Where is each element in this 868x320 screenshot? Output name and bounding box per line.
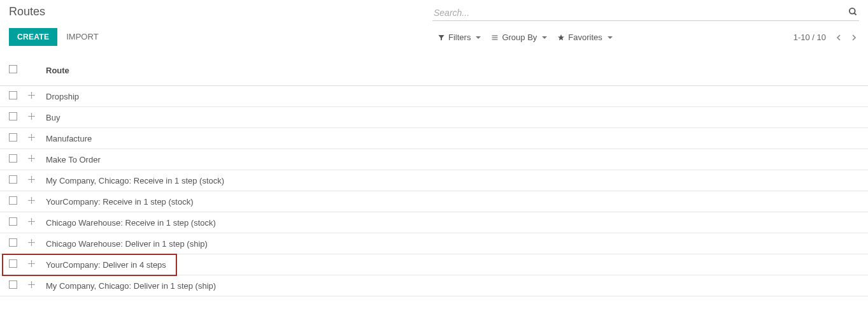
caret-down-icon [476,36,481,39]
route-name: Chicago Warehouse: Deliver in 1 step (sh… [46,239,208,249]
row-checkbox[interactable] [9,175,17,184]
drag-handle-icon[interactable] [27,259,36,268]
drag-handle-icon[interactable] [27,112,36,120]
row-checkbox[interactable] [9,280,17,289]
row-checkbox[interactable] [9,112,17,120]
search-icon[interactable] [848,7,858,18]
table-row[interactable]: My Company, Chicago: Deliver in 1 step (… [0,275,868,296]
drag-handle-icon[interactable] [27,196,36,205]
route-name: My Company, Chicago: Receive in 1 step (… [46,176,224,185]
table-row[interactable]: Buy [0,107,868,128]
favorites-label: Favorites [568,33,602,42]
filters-button[interactable]: Filters [432,30,486,45]
svg-point-0 [850,8,855,14]
route-name: YourCompany: Deliver in 4 steps [46,260,166,270]
route-name: Manufacture [46,134,92,143]
drag-handle-icon[interactable] [27,91,36,99]
svg-line-1 [854,13,856,15]
chevron-right-icon[interactable] [849,33,859,43]
select-all-checkbox[interactable] [9,65,17,73]
svg-rect-4 [492,39,498,40]
filters-label: Filters [448,33,471,42]
chevron-left-icon[interactable] [834,33,844,43]
search-input[interactable] [432,5,859,20]
table-row[interactable]: YourCompany: Deliver in 4 steps [0,254,868,275]
route-name: Make To Order [46,155,101,164]
column-header-route[interactable]: Route [41,55,868,86]
funnel-icon [438,34,445,41]
page-title: Routes [9,5,99,18]
caret-down-icon [608,36,613,39]
drag-handle-icon[interactable] [27,133,36,142]
groupby-label: Group By [502,33,537,42]
routes-table: Route Dropship Buy Manufacture Make To O… [0,55,868,296]
create-button[interactable]: CREATE [9,28,57,46]
row-checkbox[interactable] [9,259,17,268]
table-row[interactable]: Dropship [0,86,868,107]
table-row[interactable]: Manufacture [0,128,868,149]
caret-down-icon [542,36,547,39]
groupby-button[interactable]: Group By [486,30,552,45]
table-row[interactable]: Chicago Warehouse: Receive in 1 step (st… [0,212,868,233]
favorites-button[interactable]: Favorites [552,30,617,45]
row-checkbox[interactable] [9,217,17,226]
drag-handle-icon[interactable] [27,175,36,184]
svg-rect-2 [492,35,498,36]
row-checkbox[interactable] [9,196,17,205]
svg-rect-3 [492,37,498,38]
table-row[interactable]: Chicago Warehouse: Deliver in 1 step (sh… [0,233,868,254]
route-name: Dropship [46,92,79,101]
table-row[interactable]: Make To Order [0,149,868,170]
route-name: Buy [46,113,60,122]
pager-text: 1-10 / 10 [793,33,826,42]
drag-handle-icon[interactable] [27,280,36,289]
row-checkbox[interactable] [9,154,17,163]
import-button[interactable]: IMPORT [66,27,98,46]
drag-handle-icon[interactable] [27,154,36,163]
table-row[interactable]: My Company, Chicago: Receive in 1 step (… [0,170,868,191]
route-name: YourCompany: Receive in 1 step (stock) [46,197,193,207]
star-icon [557,34,565,41]
list-icon [491,34,499,41]
row-checkbox[interactable] [9,238,17,247]
row-checkbox[interactable] [9,91,17,99]
route-name: Chicago Warehouse: Receive in 1 step (st… [46,218,216,228]
row-checkbox[interactable] [9,133,17,142]
drag-handle-icon[interactable] [27,238,36,247]
route-name: My Company, Chicago: Deliver in 1 step (… [46,281,216,291]
drag-handle-icon[interactable] [27,217,36,226]
table-row[interactable]: YourCompany: Receive in 1 step (stock) [0,191,868,212]
